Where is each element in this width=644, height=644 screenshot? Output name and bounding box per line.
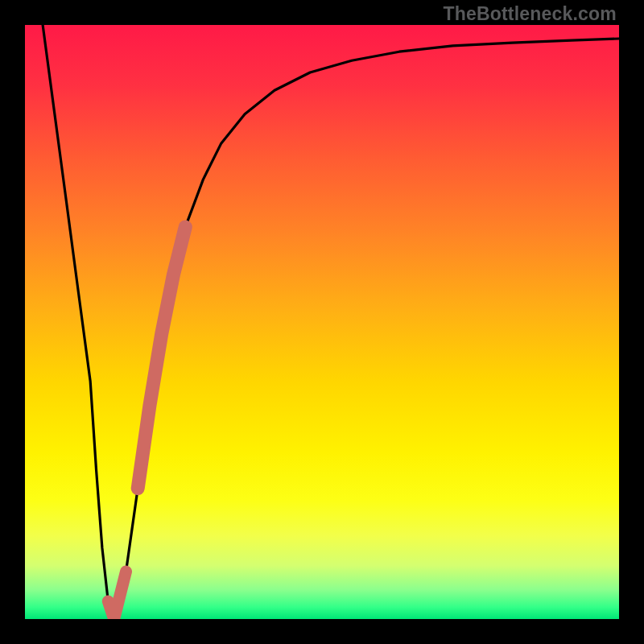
bottleneck-curve — [43, 25, 619, 619]
chart-frame: TheBottleneck.com — [0, 0, 644, 644]
highlight-segment — [108, 227, 185, 619]
watermark-text: TheBottleneck.com — [443, 3, 617, 25]
curve-layer — [25, 25, 619, 619]
plot-area — [25, 25, 619, 619]
